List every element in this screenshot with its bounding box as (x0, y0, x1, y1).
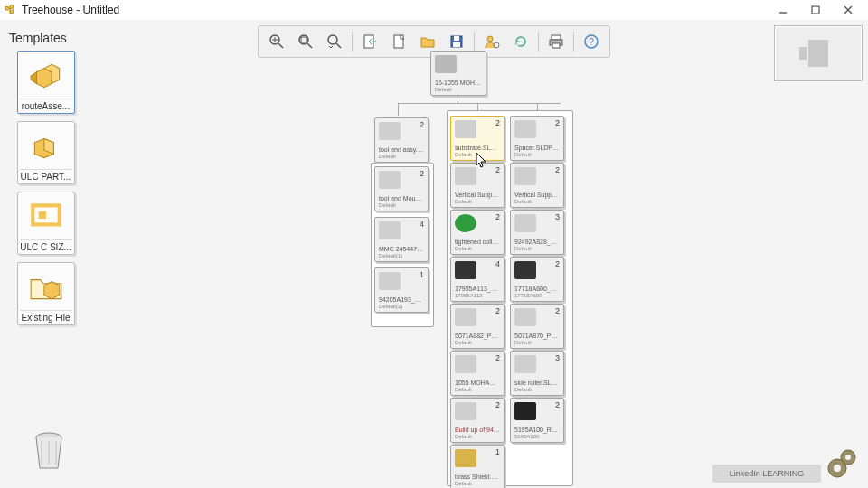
node-name: 5195A100_RECTANGULAR LOAD-RATED N... (514, 427, 560, 434)
template-ulc-part[interactable]: ULC PART... (17, 121, 75, 184)
templates-title: Templates (9, 31, 82, 45)
node-part[interactable]: 2 17718A600_ADJUSTABLE FRICTION HINGES..… (510, 257, 564, 302)
window-maximize-button[interactable] (799, 1, 832, 19)
node-config: Default (435, 87, 482, 93)
node-part[interactable]: 2 tool end Mount.SLDPRTDefault (374, 166, 429, 211)
tree-canvas[interactable]: 16-1055 MOHAWK ASSY.sldasmDefault 2 tool… (90, 20, 868, 488)
template-routeassembly[interactable]: routeAsse... (17, 51, 75, 114)
svg-point-33 (834, 465, 841, 472)
node-name: 1055 MOHAWK ROLLER.SLDPRT (455, 380, 500, 387)
node-config: Default(2) (379, 304, 424, 310)
node-qty: 2 (495, 400, 500, 409)
node-part[interactable]: 2 Vertical Support Left.SLDPRTDefault (450, 163, 505, 208)
node-config: 17955A113 (455, 293, 500, 299)
templates-sidebar: Templates routeAsse... ULC PART... ULC C… (7, 27, 84, 481)
node-qty: 4 (495, 259, 500, 268)
svg-marker-6 (31, 72, 36, 84)
part-icon (27, 127, 65, 165)
thumb-icon (379, 221, 401, 239)
window-title: Treehouse - Untitled (22, 4, 119, 16)
thumb-icon (455, 120, 476, 138)
node-name: tool end Mount.SLDPRT (379, 195, 424, 202)
app-icon (4, 4, 16, 16)
node-part[interactable]: 4 17955A113_NARROW PROFILE SCREW M...179… (450, 257, 505, 302)
thumb-icon (455, 402, 476, 420)
node-part[interactable]: 2 Spacer.SLDPRTDefault (510, 116, 564, 161)
svg-marker-12 (43, 282, 59, 299)
node-name: brass Shield.SLDPRT (455, 474, 500, 481)
node-name: 5071A882_PULL ACTION TOGGLE CL... (455, 333, 500, 340)
node-qty: 3 (555, 212, 560, 221)
drawing-icon (27, 198, 65, 236)
node-qty: 2 (420, 169, 424, 178)
thumb-icon (455, 167, 476, 185)
template-ulc-csize[interactable]: ULC C SIZ... (17, 192, 75, 255)
template-label: Existing File (20, 310, 72, 323)
node-part[interactable]: 3 92492A828_TYPE 18-8 SS LOW PROFILE SO.… (510, 210, 564, 255)
node-config: Default (514, 387, 560, 393)
node-name: 17718A600_ADJUSTABLE FRICTION HINGES... (514, 286, 560, 293)
node-qty: 2 (555, 259, 560, 268)
settings-gear-icon[interactable] (825, 445, 861, 481)
template-label: routeAsse... (20, 99, 72, 111)
thumb-icon (514, 120, 536, 138)
svg-rect-3 (812, 6, 819, 14)
node-name: 94205A193_TIGHT TOLERANCE SOCKET (379, 296, 424, 304)
node-qty: 2 (420, 120, 424, 129)
template-label: ULC C SIZ... (20, 239, 72, 252)
node-qty: 2 (555, 306, 560, 315)
thumb-icon (455, 449, 476, 467)
node-part[interactable]: 2 Build up of 94748A637_HIGH PR...Defaul… (450, 398, 505, 443)
node-name: MMC 2454478.SLDPRT (379, 246, 424, 253)
thumb-icon (455, 355, 476, 373)
thumb-icon (455, 214, 476, 232)
node-part[interactable]: 2 substrate.SLDPRTDefault (450, 116, 505, 161)
node-part[interactable]: 2 Vertical Support right.SLDPRTDefault (510, 163, 564, 208)
node-name: Vertical Support Left.SLDPRT (455, 192, 500, 199)
node-qty: 1 (495, 447, 500, 456)
thumb-icon (514, 355, 536, 373)
node-part[interactable]: 2 5071A882_PULL ACTION TOGGLE CL...Defau… (450, 304, 505, 349)
node-part[interactable]: 3 side roller.SLDPRTDefault (510, 351, 564, 396)
thumb-icon (435, 55, 457, 73)
node-config: Default (514, 199, 560, 205)
node-subassembly[interactable]: 2 tool end assy.SLDASMDefault (374, 117, 429, 163)
thumb-icon (514, 167, 536, 185)
node-qty: 2 (495, 306, 500, 315)
svg-rect-1 (10, 5, 14, 9)
thumb-icon (455, 261, 476, 279)
thumb-icon (514, 402, 536, 420)
node-name: 16-1055 MOHAWK ASSY.sldasm (435, 80, 482, 87)
template-label: ULC PART... (20, 169, 72, 182)
template-existing-file[interactable]: Existing File (17, 262, 75, 325)
node-qty: 3 (555, 353, 560, 362)
node-part[interactable]: 2 5071A870_PULL ACTION TOGGLE CL...Defau… (510, 304, 564, 349)
node-qty: 1 (420, 270, 424, 279)
thumb-icon (379, 171, 401, 189)
window-close-button[interactable] (832, 1, 864, 19)
node-qty: 2 (555, 400, 560, 409)
folder-part-icon (27, 268, 65, 306)
thumb-icon (455, 308, 476, 326)
trash-bin[interactable] (31, 430, 67, 474)
node-config: Default (514, 152, 560, 158)
window-minimize-button[interactable] (767, 1, 799, 19)
node-part[interactable]: 1 94205A193_TIGHT TOLERANCE SOCKETDefaul… (374, 267, 429, 313)
node-name: 92492A828_TYPE 18-8 SS LOW PROFILE SO... (514, 239, 560, 246)
node-part[interactable]: 1 brass Shield.SLDPRTDefault (450, 445, 505, 488)
node-part[interactable]: 2 tightened collar.SLDPRTDefault (450, 210, 505, 255)
svg-rect-0 (5, 7, 9, 11)
thumb-icon (514, 261, 536, 279)
node-part[interactable]: 2 5195A100_RECTANGULAR LOAD-RATED N...51… (510, 398, 564, 443)
node-qty: 2 (555, 165, 560, 174)
node-config: Default (455, 199, 500, 205)
node-config: Default (455, 152, 500, 158)
node-config: Default (379, 154, 424, 160)
node-root-assembly[interactable]: 16-1055 MOHAWK ASSY.sldasmDefault (430, 51, 486, 96)
node-qty: 2 (555, 118, 560, 127)
node-qty: 2 (495, 165, 500, 174)
node-part[interactable]: 2 1055 MOHAWK ROLLER.SLDPRTDefault (450, 351, 505, 396)
node-part[interactable]: 4 MMC 2454478.SLDPRTDefault(1) (374, 217, 429, 262)
assembly-icon (27, 57, 65, 95)
node-config: Default (455, 340, 500, 346)
